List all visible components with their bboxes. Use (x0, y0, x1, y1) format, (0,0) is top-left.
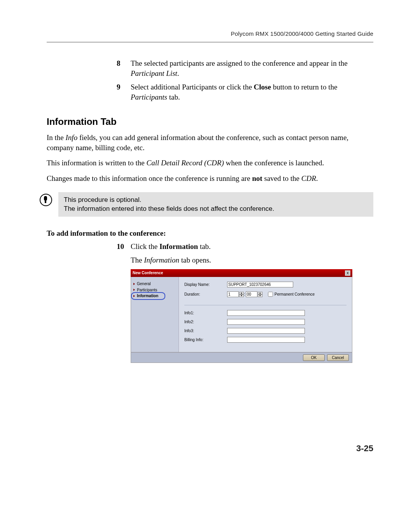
info2-label: Info2: (184, 319, 227, 325)
note-line: The information entered into these field… (64, 204, 368, 214)
permanent-checkbox[interactable] (268, 292, 273, 297)
dialog-main: Display Name: Duration: ▲ ▼ : (178, 277, 352, 352)
text-italic: Participants (131, 93, 167, 101)
note-box: This procedure is optional. The informat… (58, 192, 373, 217)
sidebar-item-label: General (137, 281, 151, 287)
text: The selected participants are assigned t… (131, 59, 348, 67)
spin-down-icon[interactable]: ▼ (258, 294, 262, 297)
text: when the conference is launched. (224, 159, 324, 167)
sidebar-item-label: Information (137, 293, 158, 299)
text: In the (47, 133, 66, 142)
duration-hours-input[interactable] (227, 291, 239, 297)
page: Polycom RMX 1500/2000/4000 Getting Start… (0, 0, 420, 508)
new-conference-dialog: New Conference x General Participants I (131, 269, 352, 363)
step-number-blank (117, 255, 131, 265)
section-heading: Information Tab (47, 116, 373, 128)
info3-row: Info3: (184, 328, 346, 334)
step-number: 9 (117, 82, 131, 102)
step-9: 9 Select additional Participants or clic… (117, 82, 373, 102)
colon: : (244, 292, 245, 297)
task-heading: To add information to the conference: (47, 228, 373, 238)
text-bold: Close (254, 83, 271, 91)
spin-down-icon[interactable]: ▼ (239, 294, 244, 297)
text: Changes made to this information once th… (47, 174, 252, 182)
text: Click the (131, 242, 159, 250)
text: button to return to the (271, 83, 337, 91)
step-number: 8 (117, 58, 131, 78)
info2-row: Info2: (184, 319, 346, 325)
info1-label: Info1: (184, 310, 227, 316)
step-text: Select additional Participants or click … (131, 82, 373, 102)
hours-spinner[interactable]: ▲ ▼ (239, 292, 244, 297)
step-text: The selected participants are assigned t… (131, 58, 373, 78)
info1-row: Info1: (184, 310, 346, 316)
text: Select additional Participants or click … (131, 83, 254, 91)
text: . (316, 174, 318, 182)
text: tab. (198, 242, 211, 250)
arrow-icon (133, 283, 135, 285)
paragraph-3: Changes made to this information once th… (47, 173, 373, 184)
note-block: This procedure is optional. The informat… (47, 192, 373, 217)
billing-label: Billing Info: (184, 337, 227, 343)
spin-up-icon[interactable]: ▲ (258, 292, 262, 294)
info2-input[interactable] (227, 319, 305, 325)
info3-label: Info3: (184, 328, 227, 334)
text: tab. (167, 93, 180, 101)
text: The (131, 256, 144, 264)
duration-minutes-input[interactable] (246, 291, 257, 297)
pushpin-icon (40, 194, 52, 206)
step-text: Click the Information tab. (131, 242, 373, 252)
text: . (177, 69, 179, 77)
text-italic: CDR (301, 174, 316, 182)
top-group: Display Name: Duration: ▲ ▼ : (184, 282, 346, 305)
billing-input[interactable] (227, 337, 305, 343)
info3-input[interactable] (227, 328, 305, 334)
dialog-title-text: New Conference (133, 270, 163, 276)
duration-row: Duration: ▲ ▼ : ▲ ▼ (184, 291, 346, 298)
sidebar-item-label: Participants (137, 287, 157, 293)
text: saved to the (262, 174, 301, 182)
ok-button[interactable]: OK (303, 354, 325, 361)
text: This information is written to the (47, 159, 146, 167)
display-name-input[interactable] (227, 282, 293, 287)
step-10: 10 Click the Information tab. The Inform… (117, 242, 373, 265)
follow-text: The Information tab opens. (131, 255, 373, 265)
text-italic: Info (66, 133, 78, 142)
dialog-titlebar: New Conference x (131, 269, 352, 277)
body-content: 8 The selected participants are assigned… (47, 58, 373, 363)
permanent-checkbox-wrap: Permanent Conference (266, 291, 315, 298)
dialog-button-row: OK Cancel (131, 352, 352, 363)
text-bold: not (252, 174, 262, 182)
cancel-button[interactable]: Cancel (327, 354, 349, 361)
note-line: This procedure is optional. (64, 195, 368, 205)
dialog-body: General Participants Information Displa (131, 277, 352, 352)
page-number: 3-25 (356, 443, 373, 454)
billing-row: Billing Info: (184, 337, 346, 343)
spin-up-icon[interactable]: ▲ (239, 292, 244, 294)
text-bold: Information (159, 242, 198, 250)
display-name-row: Display Name: (184, 282, 346, 287)
close-icon[interactable]: x (345, 270, 350, 276)
paragraph-1: In the Info fields, you can add general … (47, 133, 373, 152)
minutes-spinner[interactable]: ▲ ▼ (258, 292, 262, 297)
step-number: 10 (117, 242, 131, 252)
dialog-sidebar: General Participants Information (131, 277, 178, 352)
paragraph-2: This information is written to the Call … (47, 158, 373, 168)
text-italic: Information (144, 256, 179, 264)
text: tab opens. (179, 256, 211, 264)
permanent-label: Permanent Conference (275, 292, 315, 297)
text-italic: Participant List (131, 69, 177, 77)
display-name-label: Display Name: (184, 282, 227, 287)
sidebar-item-general[interactable]: General (133, 281, 176, 287)
header-title: Polycom RMX 1500/2000/4000 Getting Start… (0, 0, 420, 37)
step-8: 8 The selected participants are assigned… (117, 58, 373, 78)
duration-label: Duration: (184, 292, 227, 297)
text-italic: Call Detail Record (CDR) (146, 159, 224, 167)
arrow-icon (133, 295, 135, 297)
sidebar-item-information[interactable]: Information (133, 293, 176, 299)
sidebar-item-participants[interactable]: Participants (133, 287, 176, 293)
arrow-icon (133, 289, 135, 291)
header-rule (47, 42, 373, 43)
info1-input[interactable] (227, 310, 305, 316)
text: fields, you can add general information … (47, 133, 348, 152)
